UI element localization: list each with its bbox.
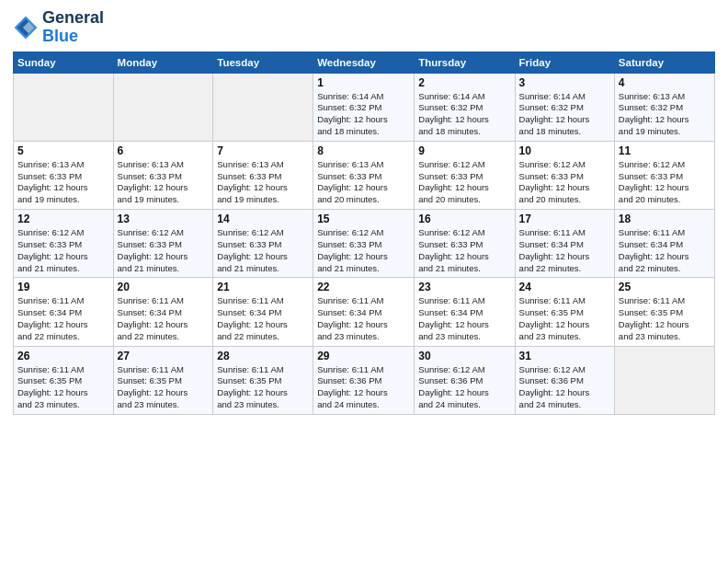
day-number: 28 [217, 350, 309, 362]
day-cell: 9Sunrise: 6:12 AM Sunset: 6:33 PM Daylig… [415, 141, 515, 209]
weekday-header-row: SundayMondayTuesdayWednesdayThursdayFrid… [14, 52, 715, 73]
day-info: Sunrise: 6:13 AM Sunset: 6:33 PM Dayligh… [118, 159, 210, 206]
day-info: Sunrise: 6:12 AM Sunset: 6:33 PM Dayligh… [418, 227, 510, 274]
day-cell: 16Sunrise: 6:12 AM Sunset: 6:33 PM Dayli… [415, 210, 515, 278]
day-number: 7 [217, 144, 309, 157]
calendar-page: General Blue SundayMondayTuesdayWednesda… [0, 0, 728, 563]
day-info: Sunrise: 6:11 AM Sunset: 6:34 PM Dayligh… [418, 295, 510, 342]
day-info: Sunrise: 6:11 AM Sunset: 6:34 PM Dayligh… [17, 295, 109, 342]
calendar-table: SundayMondayTuesdayWednesdayThursdayFrid… [13, 52, 715, 415]
day-cell: 18Sunrise: 6:11 AM Sunset: 6:34 PM Dayli… [614, 210, 714, 278]
weekday-header-sunday: Sunday [14, 52, 114, 73]
logo-icon [13, 15, 39, 40]
day-cell: 1Sunrise: 6:14 AM Sunset: 6:32 PM Daylig… [313, 73, 415, 141]
day-number: 31 [519, 350, 610, 362]
day-number: 3 [519, 76, 610, 89]
day-info: Sunrise: 6:11 AM Sunset: 6:34 PM Dayligh… [118, 295, 210, 342]
day-cell: 3Sunrise: 6:14 AM Sunset: 6:32 PM Daylig… [515, 73, 614, 141]
day-cell: 17Sunrise: 6:11 AM Sunset: 6:34 PM Dayli… [515, 210, 614, 278]
day-cell: 28Sunrise: 6:11 AM Sunset: 6:35 PM Dayli… [213, 346, 313, 414]
day-number: 10 [519, 144, 610, 157]
day-number: 1 [317, 76, 410, 89]
day-cell: 10Sunrise: 6:12 AM Sunset: 6:33 PM Dayli… [515, 141, 614, 209]
day-cell: 19Sunrise: 6:11 AM Sunset: 6:34 PM Dayli… [14, 278, 114, 346]
day-cell: 12Sunrise: 6:12 AM Sunset: 6:33 PM Dayli… [14, 210, 114, 278]
weekday-header-thursday: Thursday [415, 52, 515, 73]
week-row-2: 5Sunrise: 6:13 AM Sunset: 6:33 PM Daylig… [14, 141, 715, 209]
day-info: Sunrise: 6:13 AM Sunset: 6:33 PM Dayligh… [217, 159, 309, 206]
day-info: Sunrise: 6:12 AM Sunset: 6:33 PM Dayligh… [17, 227, 109, 274]
day-cell [113, 73, 213, 141]
day-number: 6 [118, 144, 210, 157]
day-cell: 22Sunrise: 6:11 AM Sunset: 6:34 PM Dayli… [313, 278, 415, 346]
day-cell: 25Sunrise: 6:11 AM Sunset: 6:35 PM Dayli… [614, 278, 714, 346]
day-info: Sunrise: 6:12 AM Sunset: 6:36 PM Dayligh… [519, 364, 610, 411]
day-info: Sunrise: 6:11 AM Sunset: 6:35 PM Dayligh… [118, 364, 210, 411]
day-number: 21 [217, 281, 309, 293]
day-cell: 5Sunrise: 6:13 AM Sunset: 6:33 PM Daylig… [14, 141, 114, 209]
day-cell: 4Sunrise: 6:13 AM Sunset: 6:32 PM Daylig… [614, 73, 714, 141]
day-number: 17 [519, 213, 610, 225]
day-number: 16 [418, 213, 510, 225]
weekday-header-tuesday: Tuesday [213, 52, 313, 73]
day-info: Sunrise: 6:12 AM Sunset: 6:33 PM Dayligh… [619, 159, 711, 206]
day-cell [614, 346, 714, 414]
day-info: Sunrise: 6:14 AM Sunset: 6:32 PM Dayligh… [519, 91, 610, 138]
page-header: General Blue [13, 9, 715, 46]
day-number: 12 [17, 213, 109, 225]
day-number: 9 [418, 144, 510, 157]
day-number: 18 [619, 213, 711, 225]
day-number: 8 [317, 144, 410, 157]
weekday-header-wednesday: Wednesday [313, 52, 415, 73]
day-number: 14 [217, 213, 309, 225]
day-info: Sunrise: 6:13 AM Sunset: 6:33 PM Dayligh… [17, 159, 109, 206]
day-number: 15 [317, 213, 410, 225]
day-info: Sunrise: 6:11 AM Sunset: 6:36 PM Dayligh… [317, 364, 410, 411]
week-row-4: 19Sunrise: 6:11 AM Sunset: 6:34 PM Dayli… [14, 278, 715, 346]
day-cell: 11Sunrise: 6:12 AM Sunset: 6:33 PM Dayli… [614, 141, 714, 209]
day-cell [14, 73, 114, 141]
day-info: Sunrise: 6:12 AM Sunset: 6:33 PM Dayligh… [418, 159, 510, 206]
day-info: Sunrise: 6:12 AM Sunset: 6:33 PM Dayligh… [217, 227, 309, 274]
day-info: Sunrise: 6:11 AM Sunset: 6:35 PM Dayligh… [519, 295, 610, 342]
day-cell: 31Sunrise: 6:12 AM Sunset: 6:36 PM Dayli… [515, 346, 614, 414]
day-number: 13 [118, 213, 210, 225]
day-info: Sunrise: 6:14 AM Sunset: 6:32 PM Dayligh… [317, 91, 410, 138]
day-cell: 26Sunrise: 6:11 AM Sunset: 6:35 PM Dayli… [14, 346, 114, 414]
week-row-5: 26Sunrise: 6:11 AM Sunset: 6:35 PM Dayli… [14, 346, 715, 414]
day-cell: 6Sunrise: 6:13 AM Sunset: 6:33 PM Daylig… [113, 141, 213, 209]
day-info: Sunrise: 6:13 AM Sunset: 6:32 PM Dayligh… [619, 91, 711, 138]
day-number: 19 [17, 281, 109, 293]
weekday-header-monday: Monday [113, 52, 213, 73]
day-cell: 20Sunrise: 6:11 AM Sunset: 6:34 PM Dayli… [113, 278, 213, 346]
day-info: Sunrise: 6:12 AM Sunset: 6:33 PM Dayligh… [118, 227, 210, 274]
day-cell: 21Sunrise: 6:11 AM Sunset: 6:34 PM Dayli… [213, 278, 313, 346]
day-cell: 15Sunrise: 6:12 AM Sunset: 6:33 PM Dayli… [313, 210, 415, 278]
day-number: 11 [619, 144, 711, 157]
day-cell: 23Sunrise: 6:11 AM Sunset: 6:34 PM Dayli… [415, 278, 515, 346]
day-cell: 27Sunrise: 6:11 AM Sunset: 6:35 PM Dayli… [113, 346, 213, 414]
day-number: 27 [118, 350, 210, 362]
day-cell: 24Sunrise: 6:11 AM Sunset: 6:35 PM Dayli… [515, 278, 614, 346]
day-cell: 29Sunrise: 6:11 AM Sunset: 6:36 PM Dayli… [313, 346, 415, 414]
day-info: Sunrise: 6:13 AM Sunset: 6:33 PM Dayligh… [317, 159, 410, 206]
day-cell: 7Sunrise: 6:13 AM Sunset: 6:33 PM Daylig… [213, 141, 313, 209]
day-cell: 8Sunrise: 6:13 AM Sunset: 6:33 PM Daylig… [313, 141, 415, 209]
week-row-1: 1Sunrise: 6:14 AM Sunset: 6:32 PM Daylig… [14, 73, 715, 141]
day-cell: 30Sunrise: 6:12 AM Sunset: 6:36 PM Dayli… [415, 346, 515, 414]
day-info: Sunrise: 6:12 AM Sunset: 6:33 PM Dayligh… [317, 227, 410, 274]
day-number: 29 [317, 350, 410, 362]
logo-text: General Blue [42, 9, 104, 46]
day-number: 2 [418, 76, 510, 89]
day-number: 4 [619, 76, 711, 89]
day-cell: 13Sunrise: 6:12 AM Sunset: 6:33 PM Dayli… [113, 210, 213, 278]
week-row-3: 12Sunrise: 6:12 AM Sunset: 6:33 PM Dayli… [14, 210, 715, 278]
day-info: Sunrise: 6:11 AM Sunset: 6:34 PM Dayligh… [619, 227, 711, 274]
weekday-header-saturday: Saturday [614, 52, 714, 73]
day-number: 5 [17, 144, 109, 157]
day-cell: 2Sunrise: 6:14 AM Sunset: 6:32 PM Daylig… [415, 73, 515, 141]
day-info: Sunrise: 6:11 AM Sunset: 6:35 PM Dayligh… [17, 364, 109, 411]
day-info: Sunrise: 6:12 AM Sunset: 6:36 PM Dayligh… [418, 364, 510, 411]
day-info: Sunrise: 6:11 AM Sunset: 6:34 PM Dayligh… [519, 227, 610, 274]
day-number: 30 [418, 350, 510, 362]
